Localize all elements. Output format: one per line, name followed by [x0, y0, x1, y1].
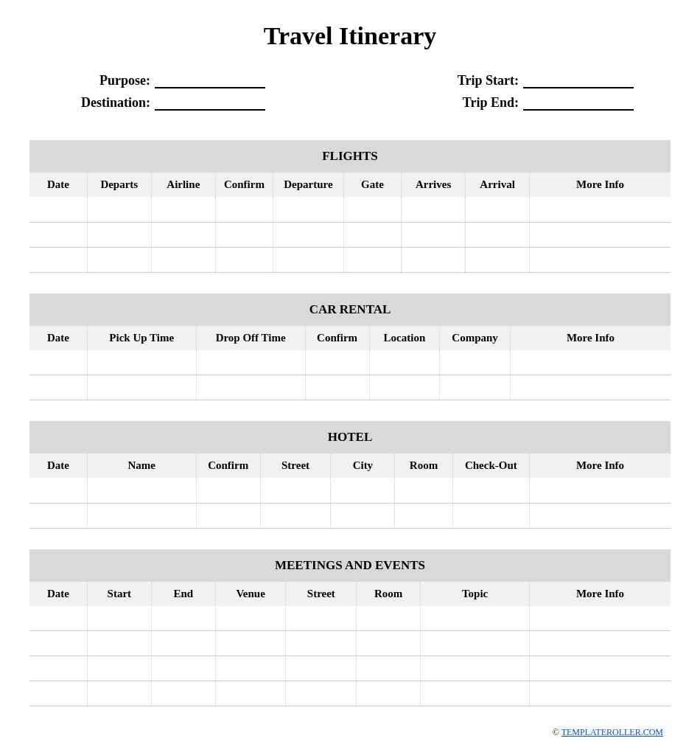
destination-label: Destination: [66, 95, 155, 111]
car-rental-title: CAR RENTAL [29, 293, 671, 326]
table-row[interactable] [29, 503, 671, 528]
table-row[interactable] [29, 478, 671, 503]
car-col-location: Location [369, 326, 440, 350]
hotel-col-moreinfo: More Info [530, 453, 671, 478]
table-row[interactable] [29, 606, 671, 631]
flights-table: Date Departs Airline Confirm Departure G… [29, 173, 671, 273]
flights-col-confirm: Confirm [215, 173, 273, 197]
copyright-symbol: © [553, 727, 559, 737]
hotel-section: HOTEL Date Name Confirm Street City Room… [29, 421, 671, 529]
car-col-moreinfo: More Info [510, 326, 671, 350]
car-col-date: Date [29, 326, 87, 350]
destination-input[interactable] [155, 94, 265, 111]
meetings-title: MEETINGS AND EVENTS [29, 549, 671, 582]
table-row[interactable] [29, 197, 671, 222]
meetings-table: Date Start End Venue Street Room Topic M… [29, 582, 671, 707]
flights-col-gate: Gate [343, 173, 401, 197]
flights-title: FLIGHTS [29, 140, 671, 173]
car-col-company: Company [440, 326, 511, 350]
table-row[interactable] [29, 656, 671, 681]
meetings-section: MEETINGS AND EVENTS Date Start End Venue… [29, 549, 671, 707]
table-row[interactable] [29, 631, 671, 656]
hotel-col-checkout: Check-Out [452, 453, 529, 478]
trip-start-label: Trip Start: [435, 73, 523, 88]
flights-col-date: Date [29, 173, 87, 197]
meet-col-start: Start [87, 582, 151, 606]
meet-col-venue: Venue [215, 582, 286, 606]
table-row[interactable] [29, 350, 671, 375]
trip-start-input[interactable] [523, 72, 634, 88]
flights-col-departs: Departs [87, 173, 151, 197]
hotel-col-name: Name [87, 453, 196, 478]
meet-col-moreinfo: More Info [530, 582, 671, 606]
flights-col-airline: Airline [151, 173, 215, 197]
flights-col-departure: Departure [273, 173, 344, 197]
page-title: Travel Itinerary [29, 22, 671, 50]
car-col-pickup: Pick Up Time [87, 326, 196, 350]
table-row[interactable] [29, 375, 671, 400]
purpose-input[interactable] [155, 72, 265, 88]
hotel-col-street: Street [260, 453, 331, 478]
meet-col-topic: Topic [421, 582, 530, 606]
meet-col-street: Street [286, 582, 357, 606]
flights-col-moreinfo: More Info [530, 173, 671, 197]
hotel-col-confirm: Confirm [196, 453, 260, 478]
purpose-label: Purpose: [66, 73, 155, 88]
meet-col-date: Date [29, 582, 87, 606]
meet-col-end: End [151, 582, 215, 606]
trip-end-input[interactable] [523, 94, 634, 111]
hotel-col-room: Room [395, 453, 452, 478]
flights-section: FLIGHTS Date Departs Airline Confirm Dep… [29, 140, 671, 273]
table-row[interactable] [29, 222, 671, 247]
car-col-dropoff: Drop Off Time [196, 326, 305, 350]
hotel-col-city: City [331, 453, 395, 478]
car-col-confirm: Confirm [305, 326, 369, 350]
flights-col-arrives: Arrives [402, 173, 466, 197]
footer: © TEMPLATEROLLER.COM [29, 727, 671, 738]
trip-end-label: Trip End: [435, 95, 523, 111]
table-row[interactable] [29, 247, 671, 272]
car-rental-section: CAR RENTAL Date Pick Up Time Drop Off Ti… [29, 293, 671, 401]
flights-col-arrival: Arrival [466, 173, 530, 197]
table-row[interactable] [29, 681, 671, 706]
hotel-col-date: Date [29, 453, 87, 478]
hotel-table: Date Name Confirm Street City Room Check… [29, 453, 671, 529]
hotel-title: HOTEL [29, 421, 671, 453]
footer-link[interactable]: TEMPLATEROLLER.COM [561, 727, 663, 737]
car-rental-table: Date Pick Up Time Drop Off Time Confirm … [29, 326, 671, 401]
meet-col-room: Room [357, 582, 421, 606]
header-fields: Purpose: Destination: Trip Start: Trip E… [66, 72, 634, 111]
